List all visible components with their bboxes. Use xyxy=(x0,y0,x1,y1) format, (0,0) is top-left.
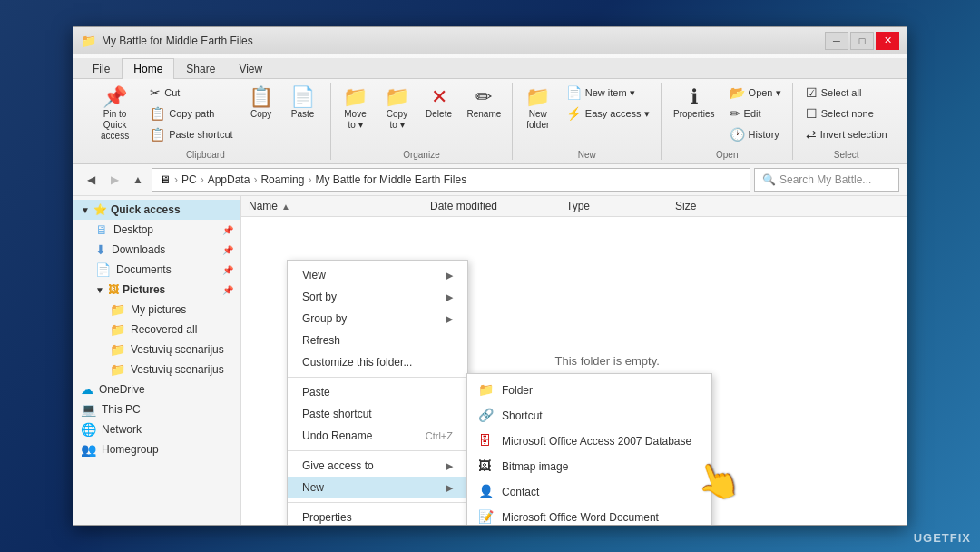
col-date[interactable]: Date modified xyxy=(430,200,566,212)
sub-folder[interactable]: 📁 Folder xyxy=(467,378,711,403)
view-label: View xyxy=(302,269,326,281)
select-all-button[interactable]: ☑ Select all xyxy=(799,83,894,103)
ctx-paste[interactable]: Paste xyxy=(288,381,467,403)
this-pc-label: This PC xyxy=(102,403,141,416)
delete-button[interactable]: ✕ Delete xyxy=(419,83,459,124)
new-item-button[interactable]: 📄 New item ▾ xyxy=(560,83,656,103)
clipboard-group: 📌 Pin to Quickaccess ✂ Cut 📋 Copy path xyxy=(81,83,331,160)
separator-1 xyxy=(288,377,467,378)
size-header: Size xyxy=(675,200,696,212)
tab-share[interactable]: Share xyxy=(174,58,227,79)
title-text: My Battle for Middle Earth Files xyxy=(102,34,825,47)
copy-icon: 📋 xyxy=(249,87,273,107)
ctx-refresh[interactable]: Refresh xyxy=(288,330,467,351)
close-button[interactable]: ✕ xyxy=(876,32,899,50)
tab-view[interactable]: View xyxy=(227,58,274,79)
shortcut-icon: 🔗 xyxy=(478,408,495,424)
give-access-label: Give access to xyxy=(302,459,374,472)
sidebar-item-my-pictures[interactable]: 📁 My pictures xyxy=(74,300,240,320)
ctx-new[interactable]: New ▶ xyxy=(288,477,467,498)
paste-icon: 📄 xyxy=(290,87,315,107)
copy-button[interactable]: 📋 Copy xyxy=(241,83,281,124)
ctx-customize[interactable]: Customize this folder... xyxy=(288,351,467,373)
sidebar-item-this-pc[interactable]: 💻 This PC xyxy=(74,399,240,419)
sidebar-item-desktop[interactable]: 🖥 Desktop 📌 xyxy=(74,220,240,240)
easy-access-icon: ⚡ xyxy=(566,106,582,121)
word-label: Microsoft Office Word Document xyxy=(502,511,659,524)
properties-button[interactable]: ℹ Properties xyxy=(667,83,721,124)
sidebar-item-network[interactable]: 🌐 Network xyxy=(74,419,240,439)
sidebar-item-recovered[interactable]: 📁 Recovered all xyxy=(74,320,240,340)
open-button[interactable]: 📂 Open ▾ xyxy=(723,83,788,103)
address-path[interactable]: 🖥 › PC › AppData › Roaming › My Battle f… xyxy=(152,168,750,192)
ctx-group-by[interactable]: Group by ▶ xyxy=(288,308,467,330)
access-icon: 🗄 xyxy=(478,433,495,449)
chevron-down-icon: ▼ xyxy=(81,205,90,215)
sidebar-item-homegroup[interactable]: 👥 Homegroup xyxy=(74,439,240,459)
ctx-undo-rename[interactable]: Undo Rename Ctrl+Z xyxy=(288,425,467,447)
sidebar-item-onedrive[interactable]: ☁ OneDrive xyxy=(74,380,240,399)
sub-shortcut[interactable]: 🔗 Shortcut xyxy=(467,403,711,429)
ctx-give-access[interactable]: Give access to ▶ xyxy=(288,455,467,477)
sidebar-item-quick-access[interactable]: ▼ ⭐ Quick access xyxy=(74,200,240,220)
paste-button[interactable]: 📄 Paste xyxy=(283,83,323,124)
sidebar-item-vestuviu-2[interactable]: 📁 Vestuvių scenarijus xyxy=(74,360,240,380)
col-size[interactable]: Size xyxy=(675,200,766,212)
forward-button[interactable]: ▶ xyxy=(104,170,124,190)
sub-bitmap[interactable]: 🖼 Bitmap image xyxy=(467,454,711,479)
paste-shortcut-button[interactable]: 📋 Paste shortcut xyxy=(143,124,239,144)
maximize-button[interactable]: □ xyxy=(850,32,874,50)
edit-button[interactable]: ✏ Edit xyxy=(723,104,788,123)
copy-to-button[interactable]: 📁 Copyto ▾ xyxy=(377,83,417,135)
col-name[interactable]: Name ▲ xyxy=(249,200,430,212)
ctx-paste-shortcut[interactable]: Paste shortcut xyxy=(288,403,467,425)
sidebar-item-documents[interactable]: 📄 Documents 📌 xyxy=(74,260,240,280)
sub-word[interactable]: 📝 Microsoft Office Word Document xyxy=(467,505,711,525)
col-type[interactable]: Type xyxy=(566,200,675,212)
up-button[interactable]: ▲ xyxy=(128,170,148,190)
history-button[interactable]: 🕐 History xyxy=(723,124,788,144)
path-pc[interactable]: PC xyxy=(181,173,197,186)
sub-ms-access[interactable]: 🗄 Microsoft Office Access 2007 Database xyxy=(467,429,711,454)
pin-to-quick-button[interactable]: 📌 Pin to Quickaccess xyxy=(88,83,142,146)
sidebar-item-downloads[interactable]: ⬇ Downloads 📌 xyxy=(74,240,240,260)
onedrive-icon: ☁ xyxy=(81,382,93,397)
ctx-sort-by[interactable]: Sort by ▶ xyxy=(288,286,467,308)
edit-label: Edit xyxy=(744,108,761,119)
minimize-button[interactable]: ─ xyxy=(825,32,848,50)
ctx-view[interactable]: View ▶ xyxy=(288,264,467,286)
path-folder[interactable]: My Battle for Middle Earth Files xyxy=(315,173,466,186)
separator-3 xyxy=(288,502,467,503)
ctx-properties[interactable]: Properties xyxy=(288,507,467,525)
cut-button[interactable]: ✂ Cut xyxy=(143,83,239,103)
select-none-button[interactable]: ☐ Select none xyxy=(799,104,894,123)
move-to-button[interactable]: 📁 Moveto ▾ xyxy=(336,83,376,135)
date-header: Date modified xyxy=(430,200,497,212)
path-appdata[interactable]: AppData xyxy=(208,173,250,186)
copy-path-button[interactable]: 📋 Copy path xyxy=(143,104,239,123)
ribbon: File Home Share View 📌 Pin to Quickacces… xyxy=(74,54,906,164)
file-explorer-window: 📁 My Battle for Middle Earth Files ─ □ ✕… xyxy=(73,26,907,526)
back-button[interactable]: ◀ xyxy=(81,170,101,190)
sidebar-item-vestuviu-1[interactable]: 📁 Vestuvių scenarijus xyxy=(74,340,240,360)
path-roaming[interactable]: Roaming xyxy=(260,173,304,186)
pin-indicator-doc: 📌 xyxy=(222,265,233,275)
new-arrow-icon: ▶ xyxy=(446,482,453,494)
search-box[interactable]: 🔍 Search My Battle... xyxy=(754,168,899,192)
rename-button[interactable]: ✏ Rename xyxy=(461,83,508,124)
file-area[interactable]: Name ▲ Date modified Type Size This fold… xyxy=(241,196,906,525)
easy-access-button[interactable]: ⚡ Easy access ▾ xyxy=(560,104,656,123)
sub-contact[interactable]: 👤 Contact xyxy=(467,479,711,505)
contact-icon: 👤 xyxy=(478,484,495,500)
tab-file[interactable]: File xyxy=(81,58,122,79)
sep4: › xyxy=(308,173,311,186)
rename-icon: ✏ xyxy=(475,87,492,107)
new-folder-button[interactable]: 📁 Newfolder xyxy=(518,83,558,135)
main-area: ▼ ⭐ Quick access 🖥 Desktop 📌 ⬇ Downloads… xyxy=(74,196,906,525)
cut-icon: ✂ xyxy=(150,85,161,100)
type-header: Type xyxy=(566,200,590,212)
sidebar-item-pictures[interactable]: ▼ 🖼 Pictures 📌 xyxy=(74,280,240,300)
invert-selection-button[interactable]: ⇄ Invert selection xyxy=(799,124,894,144)
tab-home[interactable]: Home xyxy=(122,58,174,79)
new-folder-icon: 📁 xyxy=(525,87,550,107)
